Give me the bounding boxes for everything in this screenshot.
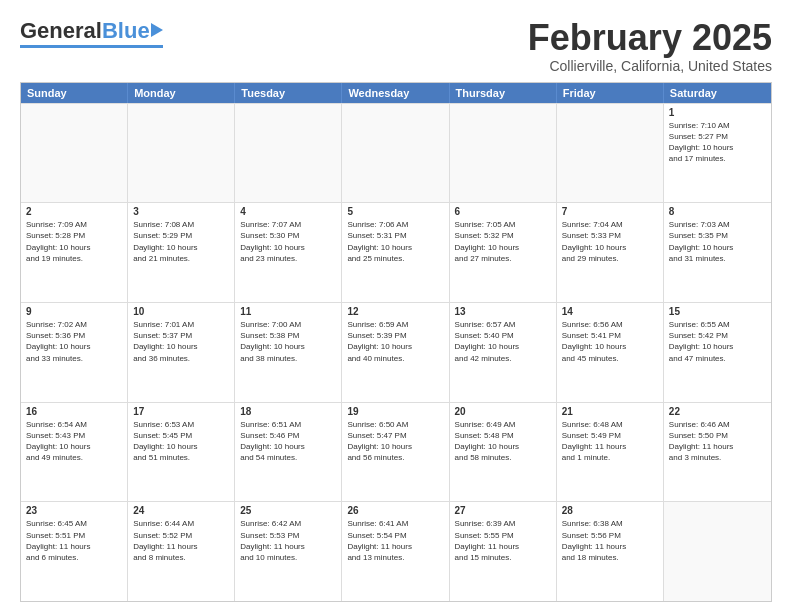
- calendar-cell: 8Sunrise: 7:03 AM Sunset: 5:35 PM Daylig…: [664, 203, 771, 302]
- cell-text: Sunrise: 7:01 AM Sunset: 5:37 PM Dayligh…: [133, 319, 229, 364]
- cell-text: Sunrise: 6:50 AM Sunset: 5:47 PM Dayligh…: [347, 419, 443, 464]
- logo-arrow-icon: [151, 23, 163, 37]
- calendar-cell: [450, 104, 557, 203]
- calendar-cell: 18Sunrise: 6:51 AM Sunset: 5:46 PM Dayli…: [235, 403, 342, 502]
- header-thursday: Thursday: [450, 83, 557, 103]
- day-number: 24: [133, 505, 229, 516]
- day-number: 8: [669, 206, 766, 217]
- logo-blue: Blue: [102, 18, 150, 43]
- calendar-cell: 5Sunrise: 7:06 AM Sunset: 5:31 PM Daylig…: [342, 203, 449, 302]
- cell-text: Sunrise: 7:08 AM Sunset: 5:29 PM Dayligh…: [133, 219, 229, 264]
- calendar-cell: 20Sunrise: 6:49 AM Sunset: 5:48 PM Dayli…: [450, 403, 557, 502]
- logo-text: GeneralBlue: [20, 18, 150, 44]
- day-number: 25: [240, 505, 336, 516]
- logo-underline: [20, 45, 163, 48]
- cell-text: Sunrise: 6:57 AM Sunset: 5:40 PM Dayligh…: [455, 319, 551, 364]
- day-number: 2: [26, 206, 122, 217]
- day-number: 3: [133, 206, 229, 217]
- header-saturday: Saturday: [664, 83, 771, 103]
- cell-text: Sunrise: 7:07 AM Sunset: 5:30 PM Dayligh…: [240, 219, 336, 264]
- subtitle: Collierville, California, United States: [528, 58, 772, 74]
- day-number: 13: [455, 306, 551, 317]
- calendar-cell: 15Sunrise: 6:55 AM Sunset: 5:42 PM Dayli…: [664, 303, 771, 402]
- cell-text: Sunrise: 7:09 AM Sunset: 5:28 PM Dayligh…: [26, 219, 122, 264]
- cell-text: Sunrise: 6:59 AM Sunset: 5:39 PM Dayligh…: [347, 319, 443, 364]
- cell-text: Sunrise: 7:03 AM Sunset: 5:35 PM Dayligh…: [669, 219, 766, 264]
- header-friday: Friday: [557, 83, 664, 103]
- day-number: 27: [455, 505, 551, 516]
- cell-text: Sunrise: 6:38 AM Sunset: 5:56 PM Dayligh…: [562, 518, 658, 563]
- cell-text: Sunrise: 6:51 AM Sunset: 5:46 PM Dayligh…: [240, 419, 336, 464]
- day-number: 21: [562, 406, 658, 417]
- cell-text: Sunrise: 7:04 AM Sunset: 5:33 PM Dayligh…: [562, 219, 658, 264]
- calendar-cell: 13Sunrise: 6:57 AM Sunset: 5:40 PM Dayli…: [450, 303, 557, 402]
- cell-text: Sunrise: 6:42 AM Sunset: 5:53 PM Dayligh…: [240, 518, 336, 563]
- cell-text: Sunrise: 6:48 AM Sunset: 5:49 PM Dayligh…: [562, 419, 658, 464]
- calendar-cell: 14Sunrise: 6:56 AM Sunset: 5:41 PM Dayli…: [557, 303, 664, 402]
- calendar-cell: [128, 104, 235, 203]
- day-number: 4: [240, 206, 336, 217]
- day-number: 11: [240, 306, 336, 317]
- calendar-cell: [235, 104, 342, 203]
- calendar-cell: [342, 104, 449, 203]
- day-number: 28: [562, 505, 658, 516]
- cell-text: Sunrise: 7:00 AM Sunset: 5:38 PM Dayligh…: [240, 319, 336, 364]
- main-title: February 2025: [528, 18, 772, 58]
- calendar-cell: 23Sunrise: 6:45 AM Sunset: 5:51 PM Dayli…: [21, 502, 128, 601]
- logo: GeneralBlue: [20, 18, 163, 48]
- day-number: 26: [347, 505, 443, 516]
- calendar-cell: 7Sunrise: 7:04 AM Sunset: 5:33 PM Daylig…: [557, 203, 664, 302]
- calendar: Sunday Monday Tuesday Wednesday Thursday…: [20, 82, 772, 602]
- calendar-row: 2Sunrise: 7:09 AM Sunset: 5:28 PM Daylig…: [21, 202, 771, 302]
- day-number: 6: [455, 206, 551, 217]
- header-tuesday: Tuesday: [235, 83, 342, 103]
- day-number: 12: [347, 306, 443, 317]
- day-number: 9: [26, 306, 122, 317]
- cell-text: Sunrise: 6:55 AM Sunset: 5:42 PM Dayligh…: [669, 319, 766, 364]
- header: GeneralBlue February 2025 Collierville, …: [20, 18, 772, 74]
- calendar-cell: 9Sunrise: 7:02 AM Sunset: 5:36 PM Daylig…: [21, 303, 128, 402]
- cell-text: Sunrise: 7:10 AM Sunset: 5:27 PM Dayligh…: [669, 120, 766, 165]
- calendar-cell: 25Sunrise: 6:42 AM Sunset: 5:53 PM Dayli…: [235, 502, 342, 601]
- day-number: 15: [669, 306, 766, 317]
- calendar-cell: 4Sunrise: 7:07 AM Sunset: 5:30 PM Daylig…: [235, 203, 342, 302]
- day-number: 1: [669, 107, 766, 118]
- calendar-row: 9Sunrise: 7:02 AM Sunset: 5:36 PM Daylig…: [21, 302, 771, 402]
- calendar-cell: 12Sunrise: 6:59 AM Sunset: 5:39 PM Dayli…: [342, 303, 449, 402]
- calendar-cell: 2Sunrise: 7:09 AM Sunset: 5:28 PM Daylig…: [21, 203, 128, 302]
- calendar-cell: 22Sunrise: 6:46 AM Sunset: 5:50 PM Dayli…: [664, 403, 771, 502]
- calendar-cell: 26Sunrise: 6:41 AM Sunset: 5:54 PM Dayli…: [342, 502, 449, 601]
- cell-text: Sunrise: 6:45 AM Sunset: 5:51 PM Dayligh…: [26, 518, 122, 563]
- calendar-cell: 6Sunrise: 7:05 AM Sunset: 5:32 PM Daylig…: [450, 203, 557, 302]
- calendar-cell: 16Sunrise: 6:54 AM Sunset: 5:43 PM Dayli…: [21, 403, 128, 502]
- cell-text: Sunrise: 6:49 AM Sunset: 5:48 PM Dayligh…: [455, 419, 551, 464]
- calendar-cell: [21, 104, 128, 203]
- cell-text: Sunrise: 6:44 AM Sunset: 5:52 PM Dayligh…: [133, 518, 229, 563]
- cell-text: Sunrise: 6:39 AM Sunset: 5:55 PM Dayligh…: [455, 518, 551, 563]
- day-number: 16: [26, 406, 122, 417]
- calendar-cell: 17Sunrise: 6:53 AM Sunset: 5:45 PM Dayli…: [128, 403, 235, 502]
- calendar-cell: 11Sunrise: 7:00 AM Sunset: 5:38 PM Dayli…: [235, 303, 342, 402]
- day-number: 20: [455, 406, 551, 417]
- calendar-cell: 3Sunrise: 7:08 AM Sunset: 5:29 PM Daylig…: [128, 203, 235, 302]
- day-number: 5: [347, 206, 443, 217]
- header-sunday: Sunday: [21, 83, 128, 103]
- calendar-body: 1Sunrise: 7:10 AM Sunset: 5:27 PM Daylig…: [21, 103, 771, 601]
- title-section: February 2025 Collierville, California, …: [528, 18, 772, 74]
- cell-text: Sunrise: 6:46 AM Sunset: 5:50 PM Dayligh…: [669, 419, 766, 464]
- calendar-cell: [664, 502, 771, 601]
- day-number: 14: [562, 306, 658, 317]
- calendar-header: Sunday Monday Tuesday Wednesday Thursday…: [21, 83, 771, 103]
- calendar-row: 1Sunrise: 7:10 AM Sunset: 5:27 PM Daylig…: [21, 103, 771, 203]
- cell-text: Sunrise: 6:41 AM Sunset: 5:54 PM Dayligh…: [347, 518, 443, 563]
- header-wednesday: Wednesday: [342, 83, 449, 103]
- calendar-cell: 24Sunrise: 6:44 AM Sunset: 5:52 PM Dayli…: [128, 502, 235, 601]
- header-monday: Monday: [128, 83, 235, 103]
- page: GeneralBlue February 2025 Collierville, …: [0, 0, 792, 612]
- calendar-cell: 19Sunrise: 6:50 AM Sunset: 5:47 PM Dayli…: [342, 403, 449, 502]
- calendar-cell: 21Sunrise: 6:48 AM Sunset: 5:49 PM Dayli…: [557, 403, 664, 502]
- cell-text: Sunrise: 7:02 AM Sunset: 5:36 PM Dayligh…: [26, 319, 122, 364]
- cell-text: Sunrise: 6:53 AM Sunset: 5:45 PM Dayligh…: [133, 419, 229, 464]
- cell-text: Sunrise: 7:05 AM Sunset: 5:32 PM Dayligh…: [455, 219, 551, 264]
- cell-text: Sunrise: 6:54 AM Sunset: 5:43 PM Dayligh…: [26, 419, 122, 464]
